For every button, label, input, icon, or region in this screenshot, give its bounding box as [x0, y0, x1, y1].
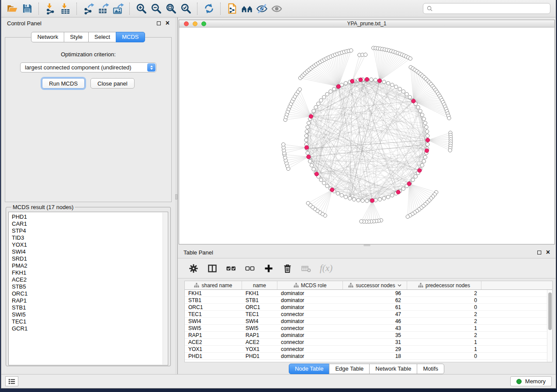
- result-node-item[interactable]: STP4: [12, 227, 168, 234]
- settings-gear-icon[interactable]: [188, 263, 199, 274]
- export-network-icon[interactable]: [81, 2, 96, 16]
- table-row[interactable]: STB1STB1dominator620: [185, 297, 552, 304]
- table-row[interactable]: RAP1RAP1dominator352: [185, 332, 552, 339]
- table-row[interactable]: YOX1YOX1connector291: [185, 346, 552, 353]
- control-panel-tabs: NetworkStyleSelectMCDS: [1, 32, 175, 42]
- result-node-item[interactable]: GCR1: [12, 325, 168, 332]
- delete-column-icon[interactable]: [282, 263, 293, 274]
- column-header-predecessor-nodes[interactable]: predecessor nodes: [407, 281, 481, 289]
- column-header-shared-name[interactable]: shared name: [185, 281, 242, 289]
- save-session-icon[interactable]: [20, 2, 35, 16]
- cell-predecessor_nodes: 1: [407, 346, 481, 352]
- show-graphics-details-icon[interactable]: [254, 2, 269, 16]
- float-panel-icon[interactable]: [537, 251, 541, 254]
- table-body: FKH1FKH1dominator962STB1STB1dominator620…: [185, 290, 552, 360]
- result-node-item[interactable]: RAP1: [12, 297, 168, 304]
- result-node-item[interactable]: PMA2: [12, 262, 168, 269]
- result-node-item[interactable]: FKH1: [12, 269, 168, 276]
- network-window-titlebar[interactable]: YPA_prune.txt_1: [179, 20, 554, 28]
- column-header-successor-nodes[interactable]: successor nodes: [343, 281, 407, 289]
- function-builder-icon: f(x): [320, 263, 332, 274]
- zoom-out-icon[interactable]: [149, 2, 163, 16]
- task-history-button[interactable]: [5, 376, 18, 386]
- apply-layout-icon[interactable]: [201, 2, 216, 16]
- tab-network-table[interactable]: Network Table: [369, 364, 417, 374]
- tab-motifs[interactable]: Motifs: [417, 364, 444, 374]
- tab-edge-table[interactable]: Edge Table: [329, 364, 370, 374]
- table-row[interactable]: ACE2ACE2connector311: [185, 339, 552, 346]
- import-table-icon[interactable]: [58, 2, 73, 16]
- splitter-grip[interactable]: [175, 194, 177, 199]
- result-node-item[interactable]: PHD1: [12, 213, 168, 220]
- table-row[interactable]: ORC1ORC1dominator610: [185, 304, 552, 311]
- result-node-item[interactable]: SWI4: [12, 248, 168, 255]
- result-node-item[interactable]: ACE2: [12, 276, 168, 283]
- result-node-item[interactable]: STB1: [12, 304, 168, 311]
- cell-successor_nodes: 61: [343, 304, 407, 310]
- export-table-icon[interactable]: [96, 2, 111, 16]
- tab-mcds[interactable]: MCDS: [116, 32, 145, 42]
- tab-select[interactable]: Select: [88, 32, 116, 42]
- zoom-selected-icon[interactable]: [178, 2, 193, 16]
- result-node-item[interactable]: SWI5: [12, 311, 168, 318]
- result-scrollbar[interactable]: [163, 213, 167, 364]
- birdseye-view-icon[interactable]: [269, 2, 284, 16]
- add-column-icon[interactable]: [263, 263, 274, 274]
- table-toolbar: f(x): [178, 258, 556, 279]
- table-row[interactable]: SWI4SWI4dominator462: [185, 318, 552, 325]
- zoom-fit-icon[interactable]: [163, 2, 178, 16]
- result-node-item[interactable]: ORC1: [12, 290, 168, 297]
- search-input[interactable]: [435, 6, 547, 12]
- memory-status-icon: [516, 379, 522, 384]
- first-neighbors-icon[interactable]: [239, 2, 254, 16]
- zoom-in-icon[interactable]: [134, 2, 149, 16]
- table-row[interactable]: PHD1PHD1dominator180: [185, 353, 552, 360]
- close-panel-button[interactable]: Close panel: [90, 78, 135, 89]
- result-node-item[interactable]: TID3: [12, 234, 168, 241]
- search-box[interactable]: [423, 3, 550, 14]
- result-node-item[interactable]: YOX1: [12, 241, 168, 248]
- close-panel-icon[interactable]: ×: [546, 250, 550, 254]
- column-header-name[interactable]: name: [242, 281, 277, 289]
- network-from-selection-icon[interactable]: [225, 2, 239, 16]
- result-node-item[interactable]: STB5: [12, 283, 168, 290]
- optimization-criterion-select[interactable]: largest connected component (undirected): [20, 62, 156, 72]
- cell-shared_name: TEC1: [185, 311, 242, 317]
- select-all-checkboxes-icon[interactable]: [226, 263, 236, 274]
- open-file-icon[interactable]: [5, 2, 20, 16]
- toolbar-separator: [220, 3, 221, 15]
- scrollbar-thumb[interactable]: [548, 292, 552, 330]
- split-columns-icon[interactable]: [207, 263, 218, 274]
- run-mcds-button[interactable]: Run MCDS: [42, 78, 85, 89]
- mcds-result-list[interactable]: PHD1CAR1STP4TID3YOX1SWI4SRD1PMA2FKH1ACE2…: [8, 212, 168, 365]
- result-node-item[interactable]: SRD1: [12, 255, 168, 262]
- network-graph[interactable]: [179, 28, 554, 244]
- table-scrollbar[interactable]: [547, 290, 552, 362]
- deselect-all-checkboxes-icon[interactable]: [245, 263, 255, 274]
- minimize-window-icon[interactable]: [193, 21, 197, 26]
- table-row[interactable]: FKH1FKH1dominator962: [185, 290, 552, 297]
- close-window-icon[interactable]: [184, 21, 189, 26]
- cell-mcds_role: dominator: [277, 290, 343, 296]
- memory-button[interactable]: Memory: [510, 376, 552, 386]
- maximize-window-icon[interactable]: [201, 21, 206, 26]
- node-table[interactable]: shared namenameMCDS rolesuccessor nodesp…: [184, 281, 553, 362]
- result-node-item[interactable]: TEC1: [12, 318, 168, 325]
- close-panel-icon[interactable]: ×: [166, 21, 170, 25]
- cytoscape-window: Control Panel × NetworkStyleSelectMCDS O…: [1, 0, 556, 389]
- table-row[interactable]: SWI5SWI5connector431: [185, 325, 552, 332]
- result-node-item[interactable]: CAR1: [12, 220, 168, 227]
- import-network-icon[interactable]: [43, 2, 58, 16]
- table-row[interactable]: TEC1TEC1connector472: [185, 311, 552, 318]
- cell-successor_nodes: 29: [343, 346, 407, 352]
- right-column: YPA_prune.txt_1 Table Panel ×: [178, 17, 556, 374]
- tab-style[interactable]: Style: [64, 32, 89, 42]
- splitter-grip[interactable]: [363, 244, 370, 246]
- float-panel-icon[interactable]: [157, 21, 161, 25]
- network-canvas[interactable]: [179, 28, 554, 244]
- column-header-MCDS-role[interactable]: MCDS role: [277, 281, 343, 289]
- cell-name: RAP1: [242, 332, 277, 338]
- tab-node-table[interactable]: Node Table: [289, 364, 330, 374]
- export-image-icon[interactable]: [111, 2, 125, 16]
- tab-network[interactable]: Network: [31, 32, 64, 42]
